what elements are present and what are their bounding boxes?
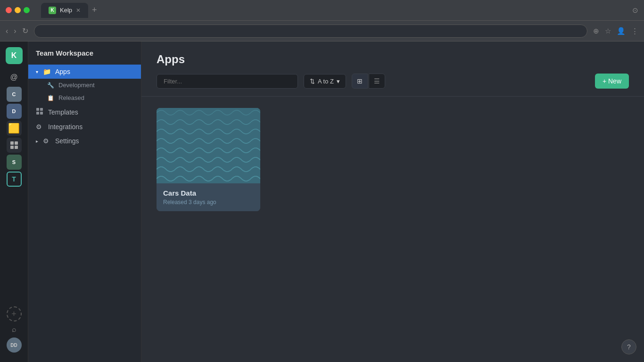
browser-toolbar: ‹ › ↻ ⊕ ☆ 👤 ⋮ <box>0 21 644 41</box>
icon-sidebar-top: K @ C D 🟨 S T <box>6 47 23 304</box>
sidebar-subitem-development[interactable]: 🔧 Development <box>28 79 141 91</box>
bookmark-icon[interactable]: ☆ <box>605 27 611 35</box>
browser-titlebar: K Kelp ✕ + ⊙ <box>0 0 644 21</box>
filter-input[interactable] <box>157 74 298 89</box>
sidebar-workspace-s[interactable]: S <box>7 155 22 170</box>
templates-label: Templates <box>48 108 78 116</box>
sidebar-workspace-yellow[interactable]: 🟨 <box>7 121 22 136</box>
svg-rect-2 <box>10 146 14 149</box>
zoom-icon: ⊕ <box>593 27 599 35</box>
browser-tab[interactable]: K Kelp ✕ <box>41 3 88 18</box>
sidebar-workspace-grid[interactable] <box>7 138 22 153</box>
browser-right-icons: ⊕ ☆ 👤 ⋮ <box>593 27 638 35</box>
sort-label: A to Z <box>318 78 334 85</box>
svg-rect-1 <box>15 141 18 145</box>
list-view-button[interactable]: ☰ <box>369 74 385 89</box>
address-bar[interactable] <box>34 25 587 38</box>
traffic-lights <box>6 7 30 13</box>
released-icon: 📋 <box>47 95 55 101</box>
svg-rect-0 <box>10 141 14 145</box>
settings-chevron-icon: ▸ <box>36 139 38 144</box>
sort-icon: ⇅ <box>310 78 315 85</box>
sidebar-item-settings[interactable]: ▸ ⚙ Settings <box>28 134 141 148</box>
tab-favicon: K <box>49 7 56 14</box>
new-tab-button[interactable]: + <box>92 5 97 15</box>
wave-pattern <box>157 108 260 183</box>
profile-icon[interactable]: 👤 <box>617 27 626 35</box>
apps-chevron-icon: ▾ <box>36 69 38 74</box>
integrations-icon: ⚙ <box>36 123 44 131</box>
integrations-label: Integrations <box>48 123 83 131</box>
svg-rect-5 <box>40 108 43 111</box>
app-card[interactable]: Cars Data Released 3 days ago <box>157 108 260 211</box>
app: K @ C D 🟨 S T + ⌕ DD Team Workspace <box>0 41 644 362</box>
settings-icon: ⚙ <box>43 137 51 145</box>
add-workspace-button[interactable]: + <box>7 306 22 321</box>
workspace-title: Team Workspace <box>28 49 141 65</box>
card-meta: Released 3 days ago <box>163 199 254 206</box>
development-icon: 🔧 <box>47 82 55 89</box>
svg-rect-7 <box>40 112 43 115</box>
sidebar-subitem-released[interactable]: 📋 Released <box>28 91 141 104</box>
apps-label: Apps <box>55 68 70 75</box>
svg-rect-3 <box>15 146 18 149</box>
cast-icon[interactable]: ⊙ <box>632 6 638 15</box>
svg-rect-4 <box>36 108 39 111</box>
browser-toolbar-icons: ⊙ <box>632 6 638 15</box>
page-title: Apps <box>157 53 629 66</box>
menu-icon[interactable]: ⋮ <box>631 27 638 35</box>
apps-grid: Cars Data Released 3 days ago <box>141 97 644 222</box>
maximize-traffic-light[interactable] <box>24 7 30 13</box>
sidebar-item-integrations[interactable]: ⚙ Integrations <box>28 120 141 134</box>
forward-button[interactable]: › <box>14 27 16 35</box>
close-traffic-light[interactable] <box>6 7 12 13</box>
apps-folder-icon: 📁 <box>43 68 51 75</box>
back-button[interactable]: ‹ <box>6 27 8 35</box>
grid-view-button[interactable]: ⊞ <box>352 74 368 89</box>
search-icon[interactable]: ⌕ <box>12 325 17 334</box>
reload-button[interactable]: ↻ <box>22 26 28 35</box>
toolbar: ⇅ A to Z ▾ ⊞ ☰ + New <box>141 74 644 97</box>
released-label: Released <box>58 94 84 101</box>
sidebar-workspace-d[interactable]: D <box>7 104 22 119</box>
settings-label: Settings <box>55 137 79 145</box>
tab-bar: K Kelp ✕ + <box>41 3 628 18</box>
card-name: Cars Data <box>163 189 254 197</box>
page-header: Apps <box>141 41 644 74</box>
icon-sidebar-bottom: + ⌕ DD <box>7 306 22 356</box>
sidebar-item-apps[interactable]: ▾ 📁 Apps <box>28 65 141 79</box>
new-app-button[interactable]: + New <box>595 74 629 89</box>
card-info: Cars Data Released 3 days ago <box>157 183 260 211</box>
svg-rect-6 <box>36 112 39 115</box>
user-avatar[interactable]: DD <box>7 337 22 353</box>
tab-title: Kelp <box>60 7 72 14</box>
card-thumbnail <box>157 108 260 183</box>
main-content: Apps ⇅ A to Z ▾ ⊞ ☰ + New <box>141 41 644 362</box>
view-toggle: ⊞ ☰ <box>352 74 385 89</box>
sidebar-workspace-t[interactable]: T <box>7 172 22 187</box>
icon-sidebar: K @ C D 🟨 S T + ⌕ DD <box>0 41 28 362</box>
sidebar-item-templates[interactable]: Templates <box>28 104 141 120</box>
sort-button[interactable]: ⇅ A to Z ▾ <box>304 74 346 89</box>
development-label: Development <box>58 82 95 89</box>
templates-icon <box>36 107 44 116</box>
tab-close-button[interactable]: ✕ <box>76 7 81 14</box>
nav-sidebar: Team Workspace ▾ 📁 Apps 🔧 Development 📋 … <box>28 41 141 362</box>
sidebar-workspace-c[interactable]: C <box>7 87 22 102</box>
help-button[interactable]: ? <box>621 339 636 354</box>
sidebar-workspace-at[interactable]: @ <box>7 70 22 85</box>
browser-chrome: K Kelp ✕ + ⊙ ‹ › ↻ ⊕ ☆ 👤 ⋮ <box>0 0 644 41</box>
minimize-traffic-light[interactable] <box>15 7 21 13</box>
app-logo[interactable]: K <box>6 47 23 64</box>
svg-rect-15 <box>157 165 260 183</box>
sort-chevron-icon: ▾ <box>337 78 340 85</box>
